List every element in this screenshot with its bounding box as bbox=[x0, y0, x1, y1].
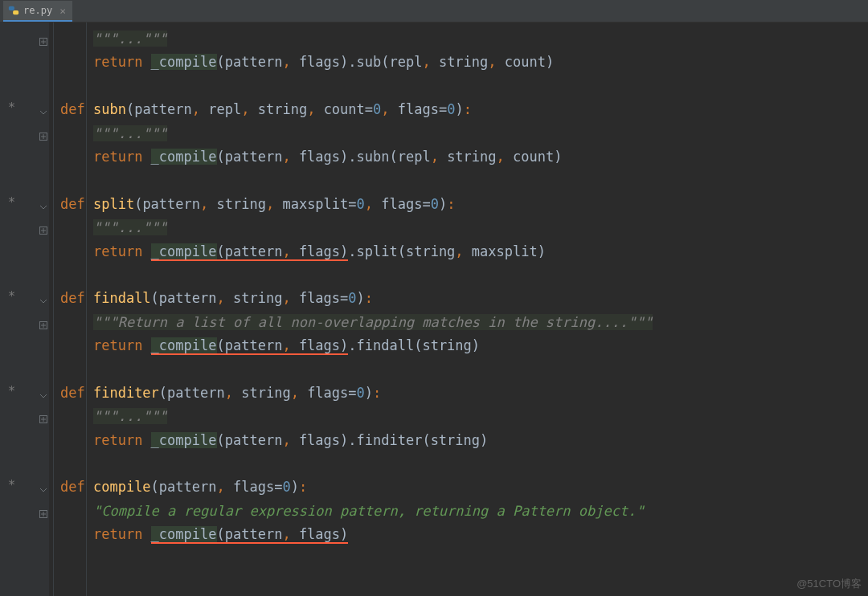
indent-guide bbox=[53, 22, 54, 596]
tab-bar: re.py × bbox=[0, 0, 868, 22]
code-line[interactable]: """...""" bbox=[60, 27, 868, 51]
indent-guide bbox=[86, 22, 87, 596]
code-line[interactable] bbox=[60, 75, 868, 98]
code-line[interactable]: return _compile(pattern, flags) bbox=[60, 523, 868, 546]
code-line[interactable]: return _compile(pattern, flags).sub(repl… bbox=[60, 51, 868, 74]
code-line[interactable]: return _compile(pattern, flags).subn(rep… bbox=[60, 145, 868, 169]
code-line[interactable]: """...""" bbox=[60, 122, 868, 145]
svg-rect-1 bbox=[13, 10, 18, 14]
code-line[interactable]: return _compile(pattern, flags).split(st… bbox=[60, 240, 868, 263]
code-line[interactable]: def finditer(pattern, string, flags=0): bbox=[60, 382, 868, 405]
code-line[interactable] bbox=[60, 452, 868, 476]
code-line[interactable]: """Return a list of all non-overlapping … bbox=[60, 311, 868, 334]
code-line[interactable]: def subn(pattern, repl, string, count=0,… bbox=[60, 98, 868, 121]
code-line[interactable]: """...""" bbox=[60, 216, 868, 239]
code-line[interactable]: def split(pattern, string, maxsplit=0, f… bbox=[60, 193, 868, 216]
code-line[interactable] bbox=[60, 357, 868, 381]
code-line[interactable]: def compile(pattern, flags=0): bbox=[60, 476, 868, 499]
python-file-icon bbox=[8, 5, 19, 16]
code-line[interactable]: """...""" bbox=[60, 405, 868, 428]
code-line[interactable] bbox=[60, 263, 868, 287]
code-line[interactable]: def findall(pattern, string, flags=0): bbox=[60, 287, 868, 310]
code-area[interactable]: """...""" return _compile(pattern, flags… bbox=[49, 22, 868, 596]
watermark: @51CTO博客 bbox=[796, 577, 862, 591]
gutter: ***** bbox=[0, 22, 49, 596]
code-line[interactable]: return _compile(pattern, flags).finditer… bbox=[60, 429, 868, 452]
code-line[interactable]: "Compile a regular expression pattern, r… bbox=[60, 500, 868, 523]
tab-filename: re.py bbox=[23, 5, 52, 16]
code-editor[interactable]: ***** """...""" return _compile(pattern,… bbox=[0, 22, 868, 596]
close-icon[interactable]: × bbox=[59, 5, 66, 17]
file-tab[interactable]: re.py × bbox=[3, 1, 72, 22]
svg-rect-0 bbox=[9, 6, 14, 10]
code-line[interactable]: return _compile(pattern, flags).findall(… bbox=[60, 334, 868, 357]
code-line[interactable] bbox=[60, 169, 868, 192]
